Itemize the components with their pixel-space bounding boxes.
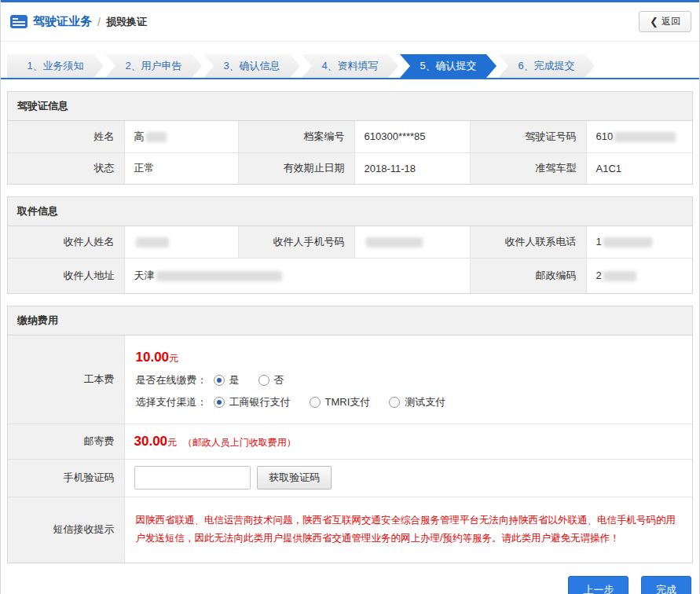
table-row: 收件人姓名 收件人手机号码 收件人联系电话 1	[8, 226, 692, 258]
page-container: 驾驶证业务 / 损毁换证 ❮ 返回 1、业务须知 2、用户申告 3、确认信息 4…	[0, 0, 700, 594]
pay-channel-label: 选择支付渠道：	[136, 395, 207, 409]
radio-online-pay-no[interactable]: 否	[258, 373, 284, 387]
recipient-phone-value: 1	[586, 226, 692, 258]
radio-channel-tmri[interactable]: TMRI支付	[310, 395, 371, 409]
finish-button[interactable]: 完成	[641, 576, 691, 594]
recipient-mobile-value	[354, 226, 470, 258]
production-fee-unit: 元	[169, 353, 178, 364]
table-row: 姓名 高 档案编号 610300****85 驾驶证号码 610	[8, 121, 692, 152]
redacted-text	[136, 237, 169, 248]
radio-icon	[258, 375, 269, 386]
production-fee-amount: 10.00	[136, 350, 170, 365]
online-pay-label: 是否在线缴费：	[136, 373, 207, 387]
recipient-mobile-label: 收件人手机号码	[238, 226, 354, 258]
sms-notice-text: 因陕西省联通、电信运营商技术问题，陕西省互联网交通安全综合服务管理平台无法向持陕…	[136, 508, 682, 552]
step-2-user-declaration[interactable]: 2、用户申告	[105, 54, 202, 78]
captcha-cell: 获取验证码	[124, 459, 692, 497]
table-row: 工本费 10.00元 是否在线缴费： 是 否	[8, 336, 692, 424]
production-fee-label: 工本费	[8, 336, 124, 424]
production-fee-cell: 10.00元 是否在线缴费： 是 否 选择支	[124, 336, 692, 424]
pickup-info-panel: 取件信息 收件人姓名 收件人手机号码 收件人联系电话 1 收件人地址 天津 邮政…	[7, 196, 693, 294]
pickup-info-table: 收件人姓名 收件人手机号码 收件人联系电话 1 收件人地址 天津 邮政编码 2	[8, 226, 692, 293]
recipient-name-value	[124, 226, 238, 258]
step-1-business-notice[interactable]: 1、业务须知	[7, 54, 104, 78]
payment-title: 缴纳费用	[8, 306, 692, 336]
previous-step-button[interactable]: 上一步	[568, 576, 629, 594]
license-number-label: 驾驶证号码	[470, 121, 586, 152]
radio-channel-icbc[interactable]: 工商银行支付	[214, 395, 291, 409]
redacted-text	[156, 271, 282, 281]
radio-icon	[214, 375, 225, 386]
pay-channel-row: 选择支付渠道： 工商银行支付 TMRI支付 测试支付	[136, 395, 682, 409]
step-4-fill-data[interactable]: 4、资料填写	[302, 54, 398, 78]
header: 驾驶证业务 / 损毁换证 ❮ 返回	[1, 2, 699, 42]
file-number-value: 610300****85	[354, 121, 470, 152]
name-value: 高	[124, 121, 238, 152]
vehicle-class-label: 准驾车型	[470, 152, 586, 184]
breadcrumb: 驾驶证业务 / 损毁换证	[10, 14, 147, 29]
sms-notice-cell: 因陕西省联通、电信运营商技术问题，陕西省互联网交通安全综合服务管理平台无法向持陕…	[124, 497, 692, 563]
name-label: 姓名	[8, 121, 124, 152]
radio-icon	[310, 397, 321, 408]
license-info-panel: 驾驶证信息 姓名 高 档案编号 610300****85 驾驶证号码 610 状…	[7, 91, 693, 185]
recipient-address-label: 收件人地址	[8, 258, 124, 293]
postage-fee-unit: 元	[167, 437, 177, 448]
postage-fee-amount: 30.00	[134, 434, 168, 449]
page-subtitle: 损毁换证	[106, 15, 147, 29]
back-button-label: 返回	[662, 15, 680, 28]
page-title: 驾驶证业务	[33, 14, 92, 29]
back-chevron-icon: ❮	[650, 16, 658, 27]
get-captcha-button[interactable]: 获取验证码	[257, 466, 332, 490]
table-row: 手机验证码 获取验证码	[8, 459, 692, 497]
recipient-address-value: 天津	[124, 258, 470, 293]
expiry-value: 2018-11-18	[354, 152, 470, 184]
payment-table: 工本费 10.00元 是否在线缴费： 是 否	[8, 336, 692, 563]
table-row: 邮寄费 30.00元 （邮政人员上门收取费用）	[8, 424, 692, 459]
postage-fee-cell: 30.00元 （邮政人员上门收取费用）	[124, 424, 692, 459]
radio-icon	[214, 397, 225, 408]
redacted-text	[146, 132, 167, 142]
channel-tmri-label: TMRI支付	[325, 395, 371, 409]
file-number-label: 档案编号	[238, 121, 354, 152]
channel-test-label: 测试支付	[405, 395, 445, 409]
redacted-text	[366, 237, 423, 248]
radio-no-label: 否	[274, 373, 284, 387]
license-info-title: 驾驶证信息	[8, 92, 692, 121]
step-3-confirm-info[interactable]: 3、确认信息	[203, 54, 300, 78]
status-value: 正常	[124, 152, 238, 184]
steps-bar: 1、业务须知 2、用户申告 3、确认信息 4、资料填写 5、确认提交 6、完成提…	[1, 54, 699, 79]
back-button[interactable]: ❮ 返回	[639, 11, 691, 32]
step-6-complete-submit[interactable]: 6、完成提交	[498, 54, 595, 78]
sms-notice-label: 短信接收提示	[8, 497, 124, 563]
step-5-confirm-submit[interactable]: 5、确认提交	[400, 54, 497, 78]
postcode-label: 邮政编码	[470, 258, 586, 293]
status-label: 状态	[8, 152, 124, 184]
recipient-phone-label: 收件人联系电话	[470, 226, 586, 258]
radio-yes-label: 是	[229, 373, 240, 387]
table-row: 状态 正常 有效期止日期 2018-11-18 准驾车型 A1C1	[8, 152, 692, 184]
table-row: 短信接收提示 因陕西省联通、电信运营商技术问题，陕西省互联网交通安全综合服务管理…	[8, 497, 692, 563]
radio-online-pay-yes[interactable]: 是	[214, 373, 240, 387]
payment-panel: 缴纳费用 工本费 10.00元 是否在线缴费： 是	[7, 306, 693, 563]
license-number-value: 610	[586, 121, 692, 152]
expiry-label: 有效期止日期	[238, 152, 354, 184]
redacted-text	[603, 237, 652, 248]
postcode-value: 2	[586, 258, 692, 293]
postage-fee-note: （邮政人员上门收取费用）	[183, 437, 296, 448]
license-info-table: 姓名 高 档案编号 610300****85 驾驶证号码 610 状态 正常 有…	[8, 121, 692, 184]
table-row: 收件人地址 天津 邮政编码 2	[8, 258, 692, 293]
footer-actions: 上一步 完成	[1, 563, 699, 594]
license-business-icon	[10, 15, 27, 28]
online-pay-row: 是否在线缴费： 是 否	[136, 373, 682, 387]
captcha-input[interactable]	[134, 466, 251, 490]
breadcrumb-separator: /	[97, 16, 101, 28]
postage-fee-label: 邮寄费	[8, 424, 124, 459]
captcha-label: 手机验证码	[8, 459, 124, 497]
redacted-text	[614, 132, 676, 142]
radio-channel-test[interactable]: 测试支付	[389, 395, 445, 409]
pickup-info-title: 取件信息	[8, 197, 692, 226]
recipient-name-label: 收件人姓名	[8, 226, 124, 258]
radio-icon	[389, 397, 400, 408]
redacted-text	[603, 271, 636, 281]
channel-icbc-label: 工商银行支付	[229, 395, 291, 409]
